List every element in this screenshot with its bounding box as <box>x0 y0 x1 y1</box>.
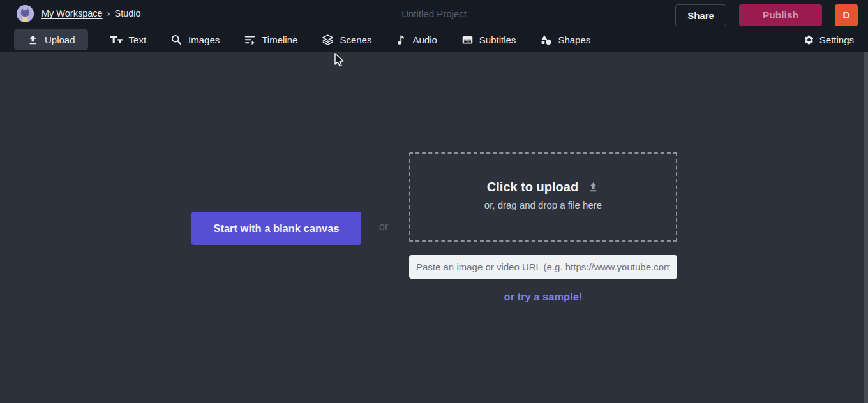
upload-dropzone[interactable]: Click to upload or, drag and drop a file… <box>409 152 677 242</box>
breadcrumb: My Workspace › Studio <box>41 0 141 27</box>
blank-canvas-button[interactable]: Start with a blank canvas <box>191 212 361 245</box>
tab-upload[interactable]: Upload <box>14 29 88 50</box>
tab-subtitles-label: Subtitles <box>479 34 516 45</box>
cat-avatar-icon <box>17 5 34 22</box>
gear-icon <box>804 34 814 45</box>
upload-subtitle: or, drag and drop a file here <box>484 200 602 210</box>
text-icon <box>110 34 123 46</box>
tab-shapes[interactable]: Shapes <box>537 29 593 50</box>
tab-scenes[interactable]: Scenes <box>319 29 374 50</box>
url-input[interactable] <box>409 255 677 279</box>
scrollbar[interactable] <box>864 52 868 403</box>
tab-subtitles[interactable]: Subtitles <box>459 29 519 50</box>
breadcrumb-separator: › <box>107 8 110 18</box>
tab-audio-label: Audio <box>412 34 437 45</box>
tab-audio[interactable]: Audio <box>393 29 439 50</box>
publish-button[interactable]: Publish <box>739 4 822 26</box>
tab-text[interactable]: Text <box>107 29 149 50</box>
tab-text-label: Text <box>129 34 147 45</box>
tab-shapes-label: Shapes <box>558 34 590 45</box>
tab-timeline[interactable]: Timeline <box>241 29 300 50</box>
music-note-icon <box>396 34 407 46</box>
user-avatar-button[interactable]: D <box>835 4 858 26</box>
tab-images-label: Images <box>188 34 220 45</box>
studio-app: My Workspace › Studio Untitled Project S… <box>0 0 868 403</box>
tab-upload-label: Upload <box>45 34 75 45</box>
sample-link[interactable]: or try a sample! <box>409 291 677 303</box>
main-canvas-area: Start with a blank canvas or Click to up… <box>0 52 868 403</box>
search-icon <box>170 34 183 46</box>
tab-scenes-label: Scenes <box>340 34 371 45</box>
toolbar: Upload Text Images Timeline Scenes <box>0 27 868 52</box>
upload-title: Click to upload <box>487 180 578 194</box>
settings-label: Settings <box>819 34 854 45</box>
captions-icon <box>461 34 474 46</box>
tab-timeline-label: Timeline <box>262 34 297 45</box>
upload-icon <box>27 34 39 46</box>
settings-button[interactable]: Settings <box>804 27 854 52</box>
tab-images[interactable]: Images <box>168 29 222 50</box>
project-title[interactable]: Untitled Project <box>401 0 467 27</box>
upload-arrow-icon <box>587 181 599 193</box>
breadcrumb-workspace-link[interactable]: My Workspace <box>41 8 103 18</box>
breadcrumb-current: Studio <box>114 8 140 18</box>
or-divider: or <box>379 221 388 233</box>
workspace-avatar[interactable] <box>17 5 34 22</box>
top-bar: My Workspace › Studio Untitled Project S… <box>0 0 868 27</box>
shapes-icon <box>540 34 552 46</box>
share-button[interactable]: Share <box>675 4 726 26</box>
layers-icon <box>322 34 334 46</box>
timeline-icon <box>244 34 256 46</box>
upload-title-row: Click to upload <box>487 180 599 194</box>
